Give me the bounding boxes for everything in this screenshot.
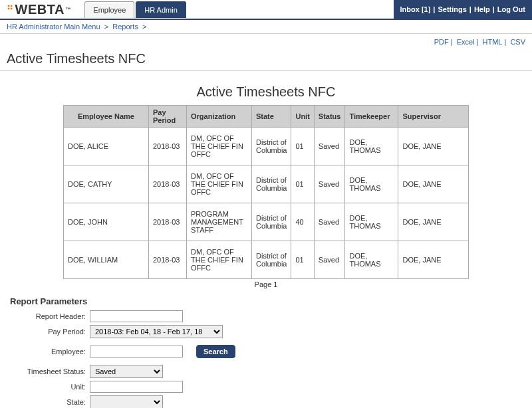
unit-input[interactable]: [90, 381, 183, 393]
cell-supervisor: DOE, JANE: [398, 165, 469, 203]
cell-employee: DOE, ALICE: [64, 128, 149, 165]
label-timesheet-status: Timesheet Status:: [10, 367, 90, 375]
cell-pay_period: 2018-03: [149, 128, 187, 165]
logout-link[interactable]: Log Out: [497, 5, 525, 13]
col-state: State: [252, 106, 291, 128]
cell-pay_period: 2018-03: [149, 241, 187, 279]
cell-state: District of Columbia: [252, 165, 291, 203]
col-status: Status: [314, 106, 345, 128]
table-row: DOE, JOHN2018-03PROGRAM MANAGEMENT STAFF…: [64, 203, 469, 241]
label-unit: Unit:: [10, 383, 90, 391]
breadcrumb-main-menu[interactable]: HR Administrator Main Menu: [7, 23, 100, 31]
cell-timekeeper: DOE, THOMAS: [345, 128, 398, 165]
cell-state: District of Columbia: [252, 128, 291, 165]
breadcrumb-reports[interactable]: Reports: [112, 23, 138, 31]
cell-status: Saved: [314, 203, 345, 241]
export-excel[interactable]: Excel: [457, 38, 475, 46]
col-employee-name: Employee Name: [64, 106, 149, 128]
cell-organization: DM, OFC OF THE CHIEF FIN OFFC: [187, 165, 252, 203]
logo-tm: ™: [66, 7, 72, 13]
cell-supervisor: DOE, JANE: [398, 128, 469, 165]
timesheet-status-select[interactable]: Saved: [90, 365, 163, 378]
cell-organization: DM, OFC OF THE CHIEF FIN OFFC: [187, 128, 252, 165]
col-organization: Organization: [187, 106, 252, 128]
employee-input[interactable]: [90, 346, 183, 357]
app-header: ⠛ WEBTA ™ Employee HR Admin Inbox [1] | …: [0, 0, 532, 20]
export-html[interactable]: HTML: [483, 38, 503, 46]
pagination: Page 1: [10, 279, 522, 290]
cell-timekeeper: DOE, THOMAS: [345, 241, 398, 279]
pay-period-select[interactable]: 2018-03: Feb 04, 18 - Feb 17, 18: [90, 325, 223, 338]
table-row: DOE, WILLIAM2018-03DM, OFC OF THE CHIEF …: [64, 241, 469, 279]
report-parameters: Report Parameters Report Header: Pay Per…: [0, 296, 532, 408]
report-title: Active Timesheets NFC: [10, 84, 522, 100]
search-button[interactable]: Search: [196, 345, 235, 358]
tab-employee[interactable]: Employee: [84, 1, 134, 18]
cell-unit: 01: [291, 128, 314, 165]
label-pay-period: Pay Period:: [10, 328, 90, 336]
col-supervisor: Supervisor: [398, 106, 469, 128]
cell-employee: DOE, JOHN: [64, 203, 149, 241]
export-links: PDF| Excel| HTML| CSV: [0, 34, 532, 50]
timesheets-table: Employee Name Pay Period Organization St…: [63, 105, 469, 279]
nav-tabs: Employee HR Admin: [84, 1, 187, 18]
cell-employee: DOE, WILLIAM: [64, 241, 149, 279]
cell-employee: DOE, CATHY: [64, 165, 149, 203]
cell-supervisor: DOE, JANE: [398, 241, 469, 279]
export-pdf[interactable]: PDF: [434, 38, 449, 46]
col-pay-period: Pay Period: [149, 106, 187, 128]
table-row: DOE, CATHY2018-03DM, OFC OF THE CHIEF FI…: [64, 165, 469, 203]
help-link[interactable]: Help: [474, 5, 490, 13]
cell-state: District of Columbia: [252, 203, 291, 241]
cell-status: Saved: [314, 128, 345, 165]
cell-timekeeper: DOE, THOMAS: [345, 203, 398, 241]
table-row: DOE, ALICE2018-03DM, OFC OF THE CHIEF FI…: [64, 128, 469, 165]
cell-unit: 01: [291, 241, 314, 279]
cell-pay_period: 2018-03: [149, 203, 187, 241]
cell-status: Saved: [314, 165, 345, 203]
breadcrumb: HR Administrator Main Menu > Reports >: [0, 20, 532, 34]
inbox-link[interactable]: Inbox [1]: [400, 5, 431, 13]
cell-organization: PROGRAM MANAGEMENT STAFF: [187, 203, 252, 241]
cell-organization: DM, OFC OF THE CHIEF FIN OFFC: [187, 241, 252, 279]
state-select[interactable]: [90, 395, 163, 408]
col-timekeeper: Timekeeper: [345, 106, 398, 128]
col-unit: Unit: [291, 106, 314, 128]
page-title: Active Timesheets NFC: [0, 50, 532, 71]
cell-supervisor: DOE, JANE: [398, 203, 469, 241]
table-header-row: Employee Name Pay Period Organization St…: [64, 106, 469, 128]
label-state: State:: [10, 398, 90, 406]
logo: ⠛ WEBTA ™: [0, 2, 78, 17]
params-title: Report Parameters: [10, 296, 522, 306]
label-report-header: Report Header:: [10, 312, 90, 320]
cell-status: Saved: [314, 241, 345, 279]
logo-text: WEBTA: [15, 2, 65, 17]
logo-dots-icon: ⠛: [7, 6, 14, 13]
settings-link[interactable]: Settings: [438, 5, 466, 13]
cell-unit: 40: [291, 203, 314, 241]
label-employee: Employee:: [10, 348, 90, 356]
cell-timekeeper: DOE, THOMAS: [345, 165, 398, 203]
cell-state: District of Columbia: [252, 241, 291, 279]
report-header-input[interactable]: [90, 310, 183, 322]
tab-hr-admin[interactable]: HR Admin: [136, 1, 186, 18]
cell-pay_period: 2018-03: [149, 165, 187, 203]
header-links: Inbox [1] | Settings | Help | Log Out: [394, 0, 532, 19]
cell-unit: 01: [291, 165, 314, 203]
report-section: Active Timesheets NFC Employee Name Pay …: [0, 71, 532, 296]
export-csv[interactable]: CSV: [510, 38, 525, 46]
